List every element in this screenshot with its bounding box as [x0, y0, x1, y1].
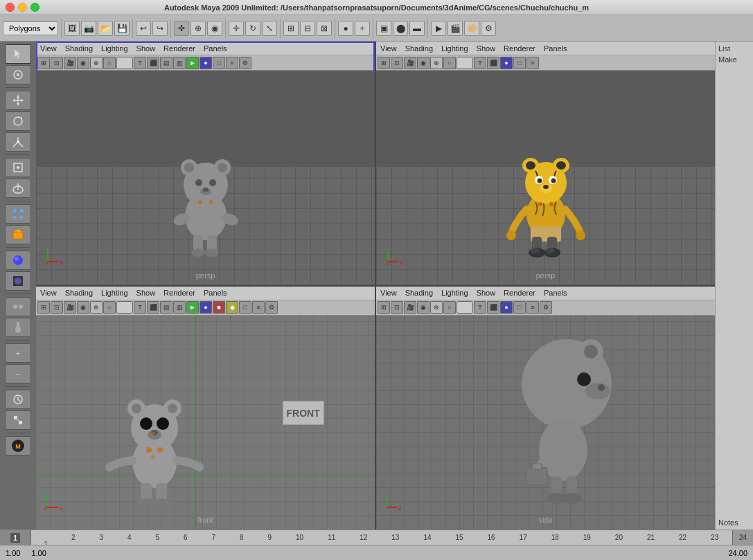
toolbar-icon-2[interactable]: 📷	[81, 21, 96, 36]
vp-br-menu-panels[interactable]: Panels	[542, 289, 569, 297]
tl-tick-6[interactable]: 6	[184, 534, 188, 541]
viewport-tr-canvas[interactable]: Y X Z	[376, 71, 715, 285]
vp-bl-menu-shading[interactable]: Shading	[64, 289, 94, 297]
close-button[interactable]	[6, 3, 15, 12]
vp-tr-tool-8[interactable]: T	[474, 57, 486, 69]
vp-tl-tool-15[interactable]: ≡	[226, 57, 238, 69]
component-tool[interactable]	[5, 204, 31, 224]
vp-br-tool-7[interactable]	[457, 301, 473, 314]
vp-tl-menu-lighting[interactable]: Lighting	[100, 44, 130, 53]
vp-br-tool-5[interactable]: ⊕	[430, 301, 443, 314]
vp-br-tool-6[interactable]: ○	[443, 301, 456, 314]
vp-tr-tool-12[interactable]: ≡	[526, 57, 539, 69]
soft-select-tool[interactable]	[5, 179, 31, 198]
toolbar-cyl[interactable]: ⬤	[393, 21, 408, 36]
vp-tl-tool-1[interactable]: ⊞	[37, 57, 50, 69]
vp-tr-menu-view[interactable]: View	[379, 44, 398, 53]
vp-br-menu-view[interactable]: View	[379, 289, 398, 297]
rotate-tool[interactable]	[5, 111, 31, 131]
vp-bl-tool-12[interactable]: ►	[186, 301, 199, 314]
vp-tl-tool-12[interactable]: ►	[186, 57, 199, 69]
vp-br-menu-shading[interactable]: Shading	[404, 289, 434, 297]
vp-bl-tool-1[interactable]: ⊞	[37, 301, 50, 314]
vp-bl-menu-lighting[interactable]: Lighting	[100, 289, 130, 297]
vp-bl-tool-6[interactable]: ○	[103, 301, 116, 314]
render-tool[interactable]	[5, 251, 31, 270]
toolbar-ipr[interactable]: 🔆	[464, 21, 479, 36]
vp-bl-menu-renderer[interactable]: Renderer	[162, 289, 197, 297]
tl-tick-17[interactable]: 17	[520, 534, 527, 541]
vp-bl-tool-15[interactable]: ◆	[226, 301, 238, 314]
vp-br-menu-lighting[interactable]: Lighting	[440, 289, 470, 297]
tl-tick-3[interactable]: 3	[99, 534, 103, 541]
vp-tl-tool-10[interactable]: ▤	[160, 57, 172, 69]
vp-br-tool-4[interactable]: ◉	[417, 301, 429, 314]
vp-tr-tool-1[interactable]: ⊞	[378, 57, 390, 69]
tl-tick-5[interactable]: 5	[155, 534, 159, 541]
toolbar-snap2[interactable]: ⊟	[300, 21, 315, 36]
vp-bl-tool-4[interactable]: ◉	[77, 301, 89, 314]
vp-tr-tool-9[interactable]: ⬛	[487, 57, 499, 69]
vp-tl-tool-6[interactable]: ○	[103, 57, 116, 69]
viewport-bottom-left[interactable]: View Shading Lighting Show Renderer Pane…	[36, 287, 375, 530]
vp-tl-tool-7[interactable]	[116, 57, 133, 69]
vp-bl-tool-14[interactable]: ■	[213, 301, 225, 314]
toolbar-cube[interactable]: ▣	[376, 21, 391, 36]
viewport-tl-canvas[interactable]: Y X Z	[36, 71, 375, 285]
vp-tl-tool-11[interactable]: ▥	[173, 57, 186, 69]
viewport-bl-canvas[interactable]: FRONT	[36, 316, 375, 530]
toolbar-icon-5[interactable]: ↩	[136, 21, 151, 36]
paint-select-tool[interactable]	[5, 65, 31, 84]
vp-bl-tool-13[interactable]: ●	[200, 301, 212, 314]
object-tool[interactable]	[5, 225, 31, 244]
vp-bl-menu-panels[interactable]: Panels	[202, 289, 229, 297]
vp-bl-tool-8[interactable]: T	[134, 301, 146, 314]
vp-tr-tool-5[interactable]: ⊕	[430, 57, 443, 69]
tl-tick-23[interactable]: 23	[711, 534, 718, 541]
maximize-button[interactable]	[30, 3, 39, 12]
tl-tick-4[interactable]: 4	[127, 534, 132, 541]
toolbar-anim[interactable]: ▶	[431, 21, 446, 36]
snap-tool[interactable]	[5, 410, 31, 430]
misc-tool-1[interactable]: +	[5, 343, 31, 363]
vp-br-tool-1[interactable]: ⊞	[378, 301, 390, 314]
vp-bl-menu-view[interactable]: View	[39, 289, 58, 297]
vp-tr-menu-show[interactable]: Show	[475, 44, 497, 53]
vp-bl-tool-9[interactable]: ⬛	[147, 301, 159, 314]
history-tool[interactable]	[5, 390, 31, 409]
viewport-bottom-right[interactable]: View Shading Lighting Show Renderer Pane…	[376, 287, 715, 530]
vp-tr-tool-2[interactable]: ⊡	[391, 57, 403, 69]
tl-tick-9[interactable]: 9	[268, 534, 272, 541]
vp-tr-menu-shading[interactable]: Shading	[404, 44, 434, 53]
vp-br-tool-11[interactable]: □	[513, 301, 526, 314]
window-controls[interactable]	[6, 3, 39, 12]
vp-bl-tool-10[interactable]: ▤	[160, 301, 172, 314]
toolbar-lasso[interactable]: ⊕	[191, 21, 206, 36]
toolbar-rotate[interactable]: ↻	[245, 21, 260, 36]
vp-br-tool-8[interactable]: T	[474, 301, 486, 314]
ipr-tool[interactable]	[5, 271, 31, 291]
vp-bl-tool-16[interactable]: □	[239, 301, 251, 314]
select-tool[interactable]	[5, 44, 31, 64]
vp-br-tool-2[interactable]: ⊡	[391, 301, 403, 314]
vp-tr-tool-4[interactable]: ◉	[417, 57, 429, 69]
vp-br-menu-renderer[interactable]: Renderer	[502, 289, 537, 297]
vp-tl-tool-2[interactable]: ⊡	[51, 57, 63, 69]
vp-tl-menu-renderer[interactable]: Renderer	[162, 44, 197, 53]
polygon-select[interactable]: Polygons	[3, 21, 58, 35]
vp-tl-tool-3[interactable]: 🎥	[64, 57, 76, 69]
vp-bl-tool-17[interactable]: ≡	[252, 301, 265, 314]
tl-tick-22[interactable]: 22	[679, 534, 686, 541]
vp-br-tool-10[interactable]: ●	[500, 301, 513, 314]
maya-icon[interactable]: M	[5, 436, 31, 455]
vp-br-tool-12[interactable]: ≡	[526, 301, 539, 314]
vp-tl-tool-9[interactable]: ⬛	[147, 57, 159, 69]
toolbar-icon-6[interactable]: ↪	[152, 21, 168, 36]
toolbar-icon-4[interactable]: 💾	[114, 21, 130, 36]
tl-tick-15[interactable]: 15	[455, 534, 463, 541]
toolbar-icon-3[interactable]: 📂	[98, 21, 113, 36]
vp-tl-tool-14[interactable]: □	[213, 57, 225, 69]
vp-tr-menu-panels[interactable]: Panels	[542, 44, 569, 53]
vp-tl-tool-13[interactable]: ●	[200, 57, 212, 69]
toolbar-render[interactable]: 🎬	[448, 21, 463, 36]
